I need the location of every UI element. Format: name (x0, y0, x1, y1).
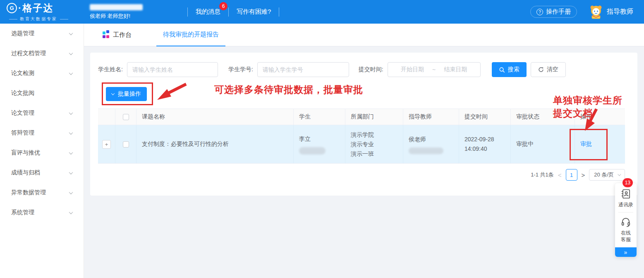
chevron-down-icon (69, 190, 73, 194)
batch-operation-button[interactable]: 批量操作 (106, 87, 147, 101)
chevron-down-icon (69, 210, 73, 214)
sidebar-item-abnormal-data[interactable]: 异常数据管理 (0, 183, 84, 203)
sidebar-item-defense-management[interactable]: 答辩管理 (0, 123, 84, 143)
prev-page-button[interactable]: < (558, 172, 562, 179)
batch-row: 批量操作 (98, 87, 625, 101)
nav-divider (279, 7, 279, 17)
sidebar-item-label: 系统管理 (11, 209, 34, 216)
online-service-label[interactable]: 在线 客服 (621, 230, 631, 243)
refresh-icon (538, 67, 544, 73)
table-header-row: 课题名称 学生 所属部门 指导教师 提交时间 审批状态 操作 (98, 109, 625, 125)
manual-label: 操作手册 (546, 8, 571, 16)
select-all-checkbox[interactable] (123, 114, 129, 120)
sidebar-item-process-docs[interactable]: 过程文档管理 (0, 44, 84, 63)
advisor-role-button[interactable]: 指导教师 (589, 5, 633, 19)
nav-my-messages[interactable]: 我的消息 6 (188, 8, 228, 16)
sidebar-item-label: 盲评与推优 (11, 149, 40, 157)
chevron-down-icon (69, 131, 73, 135)
tab-pending-proposal-reports[interactable]: 待我审批的开题报告 (156, 24, 225, 46)
contacts-badge: 13 (622, 178, 633, 187)
cell-student: 李立 (294, 125, 345, 163)
col-advisor: 指导教师 (403, 109, 459, 125)
headset-icon[interactable] (620, 217, 631, 227)
clear-button[interactable]: 清空 (531, 62, 566, 77)
tab-workbench-label: 工作台 (113, 31, 132, 39)
filter-bar: 学生姓名: 学生学号: 提交时间: 开始日期 ~ 结束日期 搜索 清空 (98, 62, 625, 77)
cell-department: 演示学院 演示专业 演示一班 (345, 125, 403, 163)
sidebar-item-paper-management[interactable]: 论文管理 (0, 103, 84, 123)
col-action: 操作 (575, 109, 625, 125)
batch-operation-label: 批量操作 (118, 90, 141, 98)
chevron-down-icon (69, 51, 73, 55)
student-id-label: 学生学号: (228, 66, 253, 73)
logo[interactable]: G · 格子达 教育大数据专家 (0, 2, 84, 22)
sidebar-item-blind-review[interactable]: 盲评与推优 (0, 143, 84, 163)
expand-column-header (98, 109, 115, 125)
tab-workbench[interactable]: 工作台 (103, 24, 132, 46)
col-status: 审批状态 (511, 109, 575, 125)
approval-table: 课题名称 学生 所属部门 指导教师 提交时间 审批状态 操作 + 支付制度：必要… (98, 109, 625, 164)
redacted-advisor-id (409, 147, 443, 154)
logo-dot: · (18, 3, 21, 14)
search-button[interactable]: 搜索 (492, 62, 527, 77)
pagination: 1-1 共1条 < 1 > 20 条/页 (98, 169, 625, 181)
chevron-down-icon (69, 31, 73, 35)
next-page-button[interactable]: > (582, 172, 585, 179)
divider (618, 212, 633, 213)
expand-cell: + (98, 125, 115, 163)
contacts-icon[interactable] (620, 189, 631, 199)
approve-link[interactable]: 审批 (580, 140, 592, 148)
page-1-button[interactable]: 1 (566, 169, 577, 181)
chevron-down-icon (111, 92, 115, 95)
clear-button-label: 清空 (547, 66, 558, 73)
sidebar-item-topic-management[interactable]: 选题管理 (0, 24, 84, 44)
user-greeting: 侯老师 老师您好! (90, 12, 143, 20)
col-student: 学生 (294, 109, 345, 125)
page-size-select[interactable]: 20 条/页 (589, 169, 625, 181)
submit-date: 2022-09-28 (464, 135, 494, 144)
sidebar-item-grades-archive[interactable]: 成绩与归档 (0, 163, 84, 183)
nav-writing-help[interactable]: 写作有困难? (229, 8, 279, 16)
cell-advisor: 侯老师 (403, 125, 459, 163)
cell-title: 支付制度：必要性及可行性的分析 (136, 125, 294, 163)
floating-toolbar: 通讯录 在线 客服 » (615, 183, 637, 257)
logo-name: 格子达 (22, 2, 53, 15)
manual-button[interactable]: ? 操作手册 (530, 6, 577, 18)
messages-count-badge: 6 (219, 2, 227, 10)
redacted-school-name (90, 4, 143, 10)
collapse-toolbar-button[interactable]: » (615, 247, 637, 257)
advisor-role-label: 指导教师 (607, 7, 633, 16)
col-department: 所属部门 (345, 109, 403, 125)
select-all-cell (115, 109, 136, 125)
sidebar-item-label: 异常数据管理 (11, 189, 46, 196)
contacts-label[interactable]: 通讯录 (618, 201, 633, 208)
dept-college: 演示学院 (351, 130, 374, 140)
redacted-student-id (299, 147, 326, 155)
online-service-line1: 在线 (621, 230, 631, 236)
date-start-placeholder: 开始日期 (401, 66, 424, 73)
chevron-down-icon (69, 71, 73, 75)
row-checkbox[interactable] (123, 141, 129, 147)
pagination-summary: 1-1 共1条 (531, 171, 554, 179)
nav-writing-help-label: 写作有困难? (237, 8, 271, 15)
tab-active-label: 待我审批的开题报告 (163, 31, 219, 39)
sidebar-item-label: 论文管理 (11, 109, 34, 117)
cell-action: 审批 (575, 125, 625, 163)
expand-row-button[interactable]: + (102, 140, 111, 149)
date-end-placeholder: 结束日期 (444, 66, 467, 73)
table-row: + 支付制度：必要性及可行性的分析 李立 演示学院 演示专业 演示一班 侯老师 … (98, 125, 625, 164)
sidebar-item-paper-check[interactable]: 论文检测 (0, 63, 84, 83)
student-name-input[interactable] (127, 62, 218, 77)
logo-tagline: 教育大数据专家 (7, 16, 84, 22)
sidebar-item-system-management[interactable]: 系统管理 (0, 203, 84, 222)
question-circle-icon: ? (536, 9, 543, 15)
date-range-picker[interactable]: 开始日期 ~ 结束日期 (388, 62, 481, 77)
sidebar: 选题管理 过程文档管理 论文检测 论文批阅 论文管理 答辩管理 盲评与推优 成绩… (0, 24, 84, 278)
sidebar-item-paper-review[interactable]: 论文批阅 (0, 83, 84, 103)
student-id-input[interactable] (257, 62, 349, 77)
sidebar-item-label: 选题管理 (11, 30, 34, 37)
workbench-grid-icon (103, 31, 109, 38)
col-submit-time: 提交时间 (459, 109, 511, 125)
header-right: ? 操作手册 指导教师 (530, 5, 644, 19)
submit-time-label: 提交时间: (359, 66, 383, 73)
